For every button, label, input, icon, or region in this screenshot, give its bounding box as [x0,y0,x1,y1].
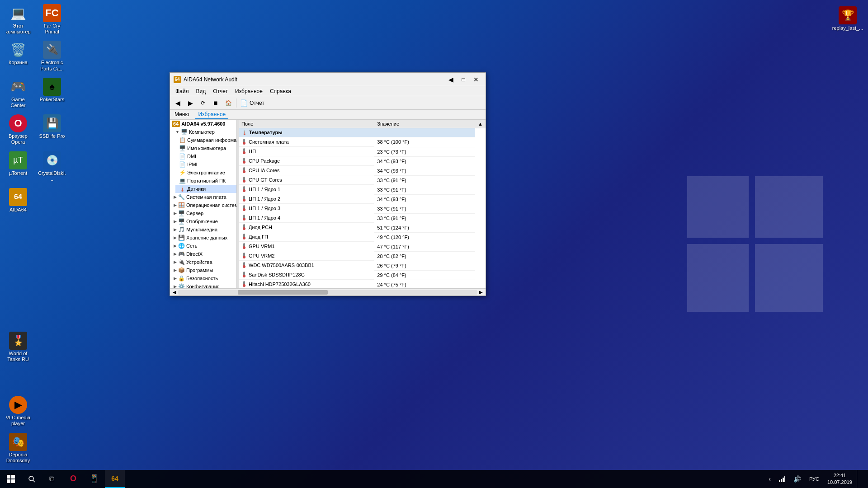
portable-label: Портативный ПК [187,178,226,183]
desktop-icon-game-center[interactable]: 🎮 Game Center [2,76,34,110]
menu-help[interactable]: Справка [266,86,295,96]
taskbar-viber[interactable]: 📱 [84,470,104,488]
tray-network[interactable] [775,470,789,488]
desktop-icon-aida64[interactable]: 64 AIDA64 [2,186,34,215]
vlc-label: VLC media player [4,415,32,427]
home-button[interactable]: 🏠 [222,98,234,108]
table-row: SanDisk SDSSDHP128G29 °C (84 °F) [239,270,486,280]
desktop-icon-crystaldisk[interactable]: 💿 CrystalDiskI... [36,150,68,184]
desktop-icon-this-pc[interactable]: 💻 Этот компьютер [2,2,34,37]
svg-point-13 [243,180,245,183]
task-view-button[interactable]: ⧉ [42,470,61,488]
minimize-button[interactable]: ◀ [445,75,457,84]
tree-display[interactable]: ▶ 🖥️ Отображение [170,217,236,225]
row-icon [241,138,247,145]
menu-favorites[interactable]: Избранное [231,86,266,96]
clock-date: 10.07.2019 [827,479,852,486]
refresh-button[interactable]: ⟳ [197,98,209,108]
tree-arrow-computer: ▼ [175,130,179,134]
svg-point-5 [243,142,245,145]
tree-sensors[interactable]: 🌡️ Датчики [175,185,236,193]
taskbar-opera[interactable]: O [63,470,83,488]
menu-report[interactable]: Отчет [209,86,231,96]
tree-config[interactable]: ▶ ⚙️ Конфигурация [170,282,236,288]
desktop-icon-deponia[interactable]: 🎭 Deponia Doomsday [2,431,34,465]
desktop-icon-wot[interactable]: 🎖️ World of Tanks RU [2,330,34,364]
tree-devices[interactable]: ▶ 🔌 Устройства [170,258,236,266]
tree-arrow-mm: ▶ [174,227,177,232]
menu-view[interactable]: Вид [193,86,210,96]
toolbar: ◀ ▶ ⟳ ⏹ 🏠 📄 Отчет [170,96,486,110]
tray-lang[interactable]: РУС [806,470,823,488]
tree-root[interactable]: 64 AIDA64 v5.97.4600 [170,120,236,128]
desktop-icon-vlc[interactable]: ▶ VLC media player [2,394,34,428]
taskbar: ⧉ O 📱 64 ‹ 🔊 РУС 22:41 10.07.201 [0,470,868,488]
row-icon [241,281,247,288]
scroll-thumb-h[interactable] [238,290,328,295]
tree-directx[interactable]: ▶ 🎮 DirectX [170,250,236,258]
recycle-icon: 🗑️ [9,41,27,59]
tray-chevron[interactable]: ‹ [765,470,774,488]
desktop-icon-replay[interactable]: 🏆 replay_last_... [832,5,863,33]
scroll-left-btn[interactable]: ◀ [171,289,178,296]
close-button[interactable]: ✕ [470,75,482,84]
tree-storage[interactable]: ▶ 💾 Хранение данных [170,234,236,242]
forward-button[interactable]: ▶ [184,98,196,108]
row-icon [241,214,247,221]
desktop-icon-pokerstars[interactable]: ♠ PokerStars [36,76,68,110]
scroll-track-h[interactable] [178,290,477,295]
tree-network[interactable]: ▶ 🌐 Сеть [170,242,236,250]
mb-label: Системная плата [186,194,226,200]
lang-label: РУС [809,476,819,482]
desktop-icon-ssdlife[interactable]: 💾 SSDlife Pro [36,113,68,147]
tree-computer[interactable]: ▼ 🖥️ Компьютер [170,128,236,136]
desktop-icon-electronic[interactable]: 🔌 Electronic Parts Ca... [36,39,68,73]
scroll-right-btn[interactable]: ▶ [477,289,485,296]
taskbar-aida64[interactable]: 64 [105,470,125,488]
desktop-icon-opera[interactable]: O Браузер Opera [2,113,34,147]
maximize-button[interactable]: □ [458,75,469,84]
tree-programs[interactable]: ▶ 📦 Программы [170,266,236,274]
menu-file[interactable]: Файл [172,86,193,96]
desktop-icon-recycle[interactable]: 🗑️ Корзина [2,39,34,73]
tree-compname[interactable]: 🖥️ Имя компьютера [175,144,236,152]
tree-summary[interactable]: 📋 Суммарная информа... [175,136,236,144]
back-button[interactable]: ◀ [172,98,184,108]
tree-power[interactable]: ⚡ Электропитание [175,169,236,177]
tree-motherboard[interactable]: ▶ 🔧 Системная плата [170,193,236,201]
svg-rect-41 [11,475,15,479]
scroll-top-btn[interactable]: ▲ [475,120,486,128]
tree-dmi[interactable]: 📄 DMI [175,152,236,160]
nav-tab-favorites[interactable]: Избранное [195,110,228,119]
tree-security[interactable]: ▶ 🔒 Безопасность [170,274,236,282]
nav-tab-menu[interactable]: Меню [172,110,192,119]
tree-ipmi[interactable]: 📄 IPMI [175,160,236,169]
row-icon [241,186,247,193]
tray-volume[interactable]: 🔊 [790,470,805,488]
portable-icon: 💻 [179,178,186,184]
stop-button[interactable]: ⏹ [210,98,222,108]
data-table: Поле Значение ▲ 🌡️ ТемпературыСистемная … [239,120,486,288]
desktop-icon-utorrent[interactable]: µT µTorrent [2,150,34,184]
tree-os[interactable]: ▶ 🪟 Операционная система [170,201,236,209]
tree-root-label: AIDA64 v5.97.4600 [181,121,225,127]
tree-portable[interactable]: 💻 Портативный ПК [175,177,236,185]
search-button[interactable] [22,470,42,488]
tree-server[interactable]: ▶ 🖥️ Сервер [170,209,236,217]
game-center-icon: 🎮 [9,78,27,96]
dmi-icon: 📄 [179,153,186,160]
row-icon [241,167,247,174]
start-button[interactable] [0,470,22,488]
desktop-icon-far-cry[interactable]: FC Far Cry Primal [36,2,68,37]
utorrent-label: µTorrent [4,170,32,176]
vlc-icon: ▶ [9,396,27,414]
show-desktop-button[interactable] [857,470,864,488]
tree-arrow-sec: ▶ [174,276,177,281]
taskbar-clock[interactable]: 22:41 10.07.2019 [824,470,856,488]
tree-multimedia[interactable]: ▶ 🎵 Мультимедиа [170,225,236,234]
table-row: CPU GT Cores33 °C (91 °F) [239,175,486,185]
taskbar-apps: O 📱 64 [63,470,125,488]
ipmi-label: IPMI [187,162,198,167]
svg-point-35 [243,284,245,287]
power-label: Электропитание [187,170,225,175]
